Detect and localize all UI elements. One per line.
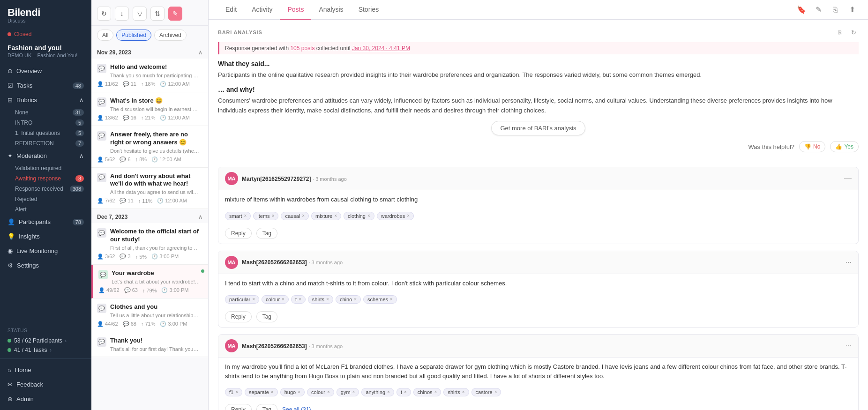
bari-refresh-button[interactable]: ↻	[848, 27, 859, 37]
pencil-icon[interactable]: ✎	[812, 3, 825, 16]
list-item[interactable]: 💬 And don't worry about what we'll do wi…	[91, 168, 208, 209]
post-preview: That's all for our first day! Thank you …	[110, 346, 199, 352]
tag-remove-button[interactable]: ×	[244, 214, 247, 218]
tab-posts[interactable]: Posts	[280, 0, 311, 20]
tag-remove-button[interactable]: ×	[299, 297, 301, 302]
post-menu-button[interactable]: ···	[846, 258, 852, 267]
list-item[interactable]: 💬 Answer freely, there are no right or w…	[91, 126, 208, 168]
tag-remove-button[interactable]: ×	[298, 390, 300, 395]
tag-remove-button[interactable]: ×	[282, 297, 284, 302]
tag-remove-button[interactable]: ×	[494, 390, 497, 395]
tag-remove-button[interactable]: ×	[462, 390, 465, 395]
list-item[interactable]: 💬 Clothes and you Tell us a little about…	[91, 298, 208, 332]
helpful-no-button[interactable]: 👎 No	[799, 141, 825, 152]
tag-remove-button[interactable]: ×	[352, 390, 355, 395]
tag-remove-button[interactable]: ×	[367, 214, 370, 218]
status-label: STATUS	[7, 328, 84, 333]
post-timestamp: · 3 months ago	[308, 343, 343, 349]
sidebar-item-validation-required[interactable]: Validation required	[0, 163, 91, 173]
sidebar-item-home[interactable]: ⌂ Home	[0, 363, 91, 377]
post-type-icon: 💬	[97, 337, 106, 347]
tag-remove-button[interactable]: ×	[326, 297, 329, 302]
tag-remove-button[interactable]: ×	[327, 390, 330, 395]
filter-archived[interactable]: Archived	[154, 30, 187, 41]
tag-remove-button[interactable]: ×	[390, 297, 393, 302]
sidebar-item-rejected[interactable]: Rejected	[0, 194, 91, 204]
sidebar-item-insights[interactable]: 💡 Insights	[0, 229, 91, 244]
tag-remove-button[interactable]: ×	[302, 214, 305, 218]
tag-button[interactable]: Tag	[256, 404, 277, 410]
filter-all[interactable]: All	[97, 30, 113, 41]
download-button[interactable]: ↓	[115, 7, 129, 21]
tag-remove-button[interactable]: ×	[235, 390, 238, 395]
sort-button[interactable]: ⇅	[150, 7, 165, 21]
sidebar-item-tasks[interactable]: ☑ Tasks 48	[0, 78, 91, 93]
sidebar-item-participants[interactable]: 👤 Participants 78	[0, 215, 91, 229]
list-item[interactable]: 💬 Welcome to the official start of our s…	[91, 223, 208, 265]
tag-remove-button[interactable]: ×	[334, 214, 337, 218]
tab-edit[interactable]: Edit	[218, 0, 244, 20]
list-item[interactable]: 💬 Thank you! That's all for our first da…	[91, 332, 208, 357]
tag-remove-button[interactable]: ×	[404, 390, 407, 395]
sidebar-item-moderation[interactable]: ✦ Moderation ∧	[0, 149, 91, 163]
tag-remove-button[interactable]: ×	[252, 297, 255, 302]
posts-link[interactable]: 105 posts	[290, 45, 314, 52]
sidebar-item-admin[interactable]: ⊛ Admin	[0, 392, 91, 406]
username: Mash[262052666262653]	[242, 343, 307, 350]
tasks-status[interactable]: 41 / 41 Tasks ›	[7, 345, 84, 355]
sidebar-item-awaiting-response[interactable]: Awaiting response3	[0, 173, 91, 184]
bookmark-icon[interactable]: 🔖	[795, 3, 808, 16]
tag-remove-button[interactable]: ×	[387, 390, 390, 395]
post-menu-button[interactable]: —	[844, 174, 852, 183]
tag: colour ×	[307, 388, 334, 396]
refresh-button[interactable]: ↻	[97, 7, 111, 21]
helpful-yes-button[interactable]: 👍 Yes	[830, 141, 859, 152]
sidebar-item-redirection[interactable]: REDIRECTION7	[0, 138, 91, 149]
list-item[interactable]: 💬 What's in store 😀 The discussion will …	[91, 92, 208, 126]
post-menu-button[interactable]: ···	[846, 342, 852, 350]
reply-button[interactable]: Reply	[225, 311, 252, 322]
sidebar-item-response-received[interactable]: Response received308	[0, 184, 91, 194]
upload-icon[interactable]: ⬆	[846, 3, 859, 16]
tag-button[interactable]: Tag	[256, 228, 277, 239]
participants-status[interactable]: 53 / 62 Participants ›	[7, 336, 84, 345]
bari-title: BARI ANALYSIS ⎘ ↻	[218, 27, 859, 37]
list-item[interactable]: 💬 Your wardrobe Let's chat a bit about y…	[91, 265, 208, 298]
tag-remove-button[interactable]: ×	[271, 390, 274, 395]
see-all-button[interactable]: See all (31)	[282, 406, 311, 410]
tab-activity[interactable]: Activity	[244, 0, 280, 20]
filter-tabs: All Published Archived	[91, 26, 208, 45]
post-actions: Reply Tag	[218, 225, 858, 244]
sidebar-item-overview[interactable]: ⊙ Overview	[0, 64, 91, 78]
tag-remove-button[interactable]: ×	[434, 390, 437, 395]
post-title: Welcome to the official start of our stu…	[110, 228, 202, 244]
tag-button[interactable]: Tag	[256, 311, 277, 322]
sidebar-item-alert[interactable]: Alert	[0, 204, 91, 215]
tag-remove-button[interactable]: ×	[272, 214, 275, 218]
tag-remove-button[interactable]: ×	[407, 214, 410, 218]
sidebar-item-none[interactable]: None31	[0, 107, 91, 118]
collapse-dec7-button[interactable]: ∧	[198, 214, 202, 220]
reply-button[interactable]: Reply	[225, 228, 252, 239]
bari-copy-button[interactable]: ⎘	[835, 27, 846, 37]
reply-button[interactable]: Reply	[225, 404, 252, 410]
post-meta: 👤 3/62 💬 3 ↑ 5% 🕐 3:00 PM	[97, 253, 202, 260]
tab-analysis[interactable]: Analysis	[311, 0, 351, 20]
sidebar-item-intro[interactable]: INTRO5	[0, 118, 91, 128]
tab-stories[interactable]: Stories	[351, 0, 387, 20]
sidebar-item-rubrics[interactable]: ⊞ Rubrics ∧	[0, 93, 91, 107]
sidebar-item-feedback[interactable]: ✉ Feedback	[0, 377, 91, 392]
list-item[interactable]: 💬 Hello and welcome! Thank you so much f…	[91, 59, 208, 92]
collapse-nov29-button[interactable]: ∧	[198, 49, 202, 56]
status-section: STATUS 53 / 62 Participants › 41 / 41 Ta…	[0, 324, 91, 358]
get-more-bari-button[interactable]: Get more of BARI's analysis	[491, 121, 585, 135]
sidebar-item-live-monitoring[interactable]: ◉ Live Monitoring	[0, 244, 91, 258]
sidebar-item-settings[interactable]: ⚙ Settings	[0, 258, 91, 273]
filter-button[interactable]: ▽	[133, 7, 147, 21]
sidebar-item-initial-questions[interactable]: 1. Initial questions5	[0, 128, 91, 138]
tag-remove-button[interactable]: ×	[354, 297, 357, 302]
filter-published[interactable]: Published	[116, 30, 151, 41]
date-link[interactable]: Jan 30, 2024 · 4:41 PM	[352, 45, 410, 52]
edit-button[interactable]: ✎	[168, 7, 182, 21]
copy-icon[interactable]: ⎘	[829, 3, 842, 16]
